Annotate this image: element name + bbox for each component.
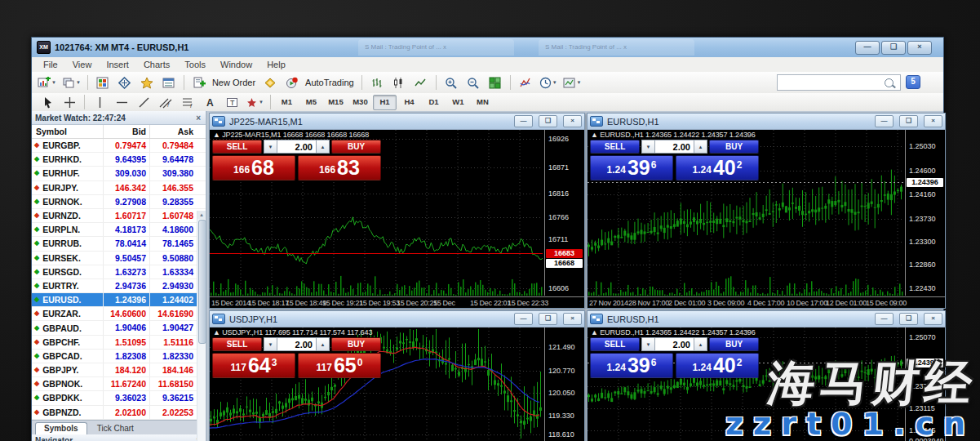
market-watch-row-gbpchf[interactable]: ◆GBPCHF.1.510951.51116 <box>32 336 206 350</box>
sell-price-display[interactable]: 117643 <box>212 353 295 378</box>
channel-tool-button[interactable]: f <box>155 93 176 111</box>
market-watch-column-header[interactable]: Symbol Bid Ask <box>32 125 206 139</box>
market-watch-row-gbpnzd[interactable]: ◆GBPNZD.2.021002.02253 <box>32 406 206 420</box>
market-watch-header[interactable]: Market Watch: 22:47:24 × <box>32 111 206 125</box>
market-watch-close-icon[interactable]: × <box>194 114 202 122</box>
sell-button[interactable]: SELL <box>212 140 262 154</box>
buy-price-display[interactable]: 117650 <box>298 353 381 378</box>
indicators-button[interactable] <box>515 74 536 91</box>
terminal-button[interactable] <box>158 74 180 91</box>
vertical-line-tool-button[interactable] <box>89 93 110 111</box>
lot-increase-button[interactable]: ▲ <box>694 140 707 154</box>
timeframe-h1[interactable]: H1 <box>373 95 397 110</box>
column-symbol[interactable]: Symbol <box>32 125 104 138</box>
menu-charts[interactable]: Charts <box>137 59 176 70</box>
buy-price-display[interactable]: 1.24402 <box>676 353 759 378</box>
chart-minimize-button[interactable]: — <box>875 313 894 325</box>
chart-restore-button[interactable]: ❑ <box>899 115 918 127</box>
market-watch-row-gbpcad[interactable]: ◆GBPCAD.1.823081.82330 <box>32 350 206 363</box>
sell-price-display[interactable]: 1.24396 <box>590 353 673 378</box>
zoom-out-button[interactable] <box>463 74 484 91</box>
tab-tick-chart[interactable]: Tick Chart <box>89 423 142 434</box>
restore-button[interactable]: ❑ <box>881 41 906 55</box>
market-watch-row-eurusd[interactable]: ◆EURUSD.1.243961.24402 <box>32 293 206 307</box>
buy-price-display[interactable]: 1.24402 <box>676 155 759 180</box>
horizontal-line-tool-button[interactable] <box>111 93 132 111</box>
templates-button[interactable]: ▼ <box>561 74 584 91</box>
menu-file[interactable]: File <box>37 59 64 70</box>
navigator-button[interactable] <box>136 74 157 91</box>
sell-button[interactable]: SELL <box>590 140 640 154</box>
trendline-tool-button[interactable] <box>133 93 154 111</box>
chart-close-button[interactable]: × <box>563 313 582 325</box>
sell-button[interactable]: SELL <box>212 337 262 351</box>
chart-titlebar[interactable]: USDJPY,H1—❑× <box>210 311 584 327</box>
search-icon[interactable] <box>885 78 894 87</box>
tab-symbols[interactable]: Symbols <box>35 422 87 434</box>
chart-restore-button[interactable]: ❑ <box>539 115 557 127</box>
lot-size-field[interactable]: 2.00 <box>655 337 694 351</box>
autotrading-label[interactable]: AutoTrading <box>305 78 354 87</box>
notification-badge[interactable]: 5 <box>906 75 920 89</box>
cursor-tool-button[interactable] <box>37 93 58 111</box>
chart-plot-area[interactable]: 1692616871168161676616711166061668316668… <box>210 130 584 308</box>
fibonacci-tool-button[interactable]: f <box>177 93 198 111</box>
lot-size-field[interactable]: 2.00 <box>655 140 694 154</box>
sell-button[interactable]: SELL <box>590 337 640 351</box>
sell-price-display[interactable]: 16668 <box>212 155 295 180</box>
zoom-in-button[interactable] <box>441 74 462 91</box>
timeframe-w1[interactable]: W1 <box>446 95 470 110</box>
new-order-button[interactable] <box>188 74 210 91</box>
line-chart-button[interactable] <box>410 74 432 91</box>
buy-button[interactable]: BUY <box>331 140 381 154</box>
market-watch-row-gbpnok[interactable]: ◆GBPNOK.11.6724011.68150 <box>32 377 206 391</box>
minimize-button[interactable]: — <box>855 41 880 55</box>
lot-decrease-button[interactable]: ▼ <box>264 140 277 154</box>
lot-increase-button[interactable]: ▲ <box>316 337 330 351</box>
chart-plot-area[interactable]: 121.490120.770120.050119.330118.610▲ USD… <box>210 327 584 441</box>
bar-chart-button[interactable] <box>366 74 388 91</box>
lot-decrease-button[interactable]: ▼ <box>641 140 655 154</box>
buy-price-display[interactable]: 16683 <box>298 155 381 180</box>
profiles-button[interactable]: ▼ <box>60 74 83 91</box>
new-chart-button[interactable]: ▼ <box>35 74 59 91</box>
market-watch-row-eursgd[interactable]: ◆EURSGD.1.632731.63334 <box>32 265 206 279</box>
chart-restore-button[interactable]: ❑ <box>899 313 918 325</box>
menu-tools[interactable]: Tools <box>178 59 212 70</box>
chart-minimize-button[interactable]: — <box>514 115 533 127</box>
arrows-tool-button[interactable]: ▼ <box>243 93 266 111</box>
search-input[interactable] <box>778 76 885 89</box>
lot-size-field[interactable]: 2.00 <box>277 337 316 351</box>
market-watch-row-eurhuf[interactable]: ◆EURHUF.309.030309.380 <box>32 167 206 180</box>
buy-button[interactable]: BUY <box>331 337 381 351</box>
scroll-up-icon[interactable]: ▲ <box>197 211 206 219</box>
chart-minimize-button[interactable]: — <box>514 313 533 325</box>
buy-button[interactable]: BUY <box>709 140 759 154</box>
market-watch-row-eurpln[interactable]: ◆EURPLN.4.181734.18600 <box>32 223 206 237</box>
text-tool-button[interactable]: A <box>199 93 220 111</box>
market-watch-row-eurnzd[interactable]: ◆EURNZD.1.607171.60748 <box>32 209 206 223</box>
buy-button[interactable]: BUY <box>709 337 759 351</box>
menu-view[interactable]: View <box>66 59 99 70</box>
label-tool-button[interactable]: T <box>221 93 242 111</box>
autotrading-button[interactable] <box>282 74 303 91</box>
chart-close-button[interactable]: × <box>563 115 582 127</box>
market-watch-row-eurtry[interactable]: ◆EURTRY.2.947362.94930 <box>32 279 206 293</box>
market-watch-row-eurgbp[interactable]: ◆EURGBP.0.794740.79484 <box>32 139 206 153</box>
market-watch-row-eurhkd[interactable]: ◆EURHKD.9.643959.64478 <box>32 153 206 167</box>
new-order-label[interactable]: New Order <box>212 78 255 87</box>
sell-price-display[interactable]: 1.24396 <box>590 155 673 180</box>
close-button[interactable]: × <box>907 41 932 55</box>
menu-insert[interactable]: Insert <box>100 59 135 70</box>
chart-plot-area[interactable]: 1.250701.237651.231151.224450.00039491.2… <box>588 327 945 441</box>
data-window-button[interactable] <box>114 74 135 91</box>
lot-decrease-button[interactable]: ▼ <box>641 337 655 351</box>
menu-window[interactable]: Window <box>214 59 259 70</box>
chart-close-button[interactable]: × <box>924 115 942 127</box>
market-watch-button[interactable] <box>92 74 113 91</box>
market-watch-row-eurrub[interactable]: ◆EURRUB.78.041478.1465 <box>32 237 206 251</box>
time-axis[interactable]: 15 Dec 201415 Dec 18:1715 Dec 18:4915 De… <box>210 296 584 308</box>
market-watch-scrollbar[interactable]: ▲ ▼ <box>197 211 206 441</box>
menu-help[interactable]: Help <box>260 59 292 70</box>
timeframe-m5[interactable]: M5 <box>299 95 323 110</box>
